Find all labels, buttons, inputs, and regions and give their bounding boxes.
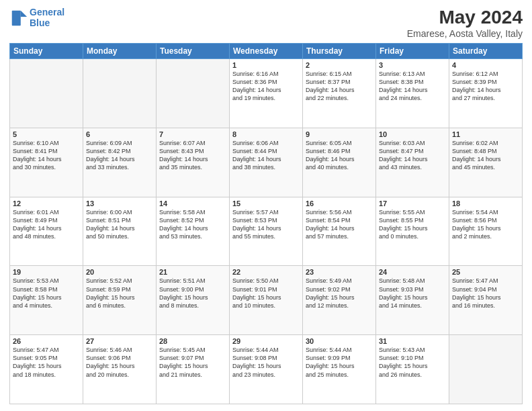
logo-text: General Blue — [30, 7, 64, 28]
day-number: 5 — [13, 130, 80, 138]
day-info: Sunrise: 6:13 AM Sunset: 8:38 PM Dayligh… — [379, 70, 446, 103]
table-row: 15Sunrise: 5:57 AM Sunset: 8:53 PM Dayli… — [230, 197, 303, 266]
day-number: 31 — [379, 337, 446, 345]
day-number: 12 — [13, 199, 80, 208]
table-row: 10Sunrise: 6:03 AM Sunset: 8:47 PM Dayli… — [376, 128, 449, 197]
table-row: 23Sunrise: 5:49 AM Sunset: 9:02 PM Dayli… — [303, 266, 376, 335]
day-number: 15 — [232, 199, 300, 208]
col-sunday: Sunday — [10, 44, 83, 59]
day-number: 30 — [306, 337, 373, 345]
day-number: 6 — [86, 130, 153, 138]
table-row: 21Sunrise: 5:51 AM Sunset: 9:00 PM Dayli… — [157, 266, 230, 335]
table-row: 9Sunrise: 6:05 AM Sunset: 8:46 PM Daylig… — [303, 128, 376, 197]
svg-rect-1 — [12, 11, 21, 26]
calendar-week-row: 1Sunrise: 6:16 AM Sunset: 8:36 PM Daylig… — [10, 59, 523, 128]
col-friday: Friday — [376, 44, 449, 59]
table-row: 20Sunrise: 5:52 AM Sunset: 8:59 PM Dayli… — [83, 266, 157, 335]
calendar-week-row: 19Sunrise: 5:53 AM Sunset: 8:58 PM Dayli… — [10, 266, 523, 335]
table-row — [449, 335, 523, 404]
day-info: Sunrise: 6:09 AM Sunset: 8:42 PM Dayligh… — [86, 139, 153, 172]
day-info: Sunrise: 5:50 AM Sunset: 9:01 PM Dayligh… — [232, 277, 300, 310]
calendar-title: May 2024 — [407, 7, 523, 28]
day-info: Sunrise: 6:01 AM Sunset: 8:49 PM Dayligh… — [13, 208, 80, 241]
day-number: 21 — [159, 268, 226, 276]
page: General Blue May 2024 Emarese, Aosta Val… — [0, 0, 532, 411]
table-row: 8Sunrise: 6:06 AM Sunset: 8:44 PM Daylig… — [230, 128, 303, 197]
day-number: 24 — [379, 268, 446, 276]
day-number: 19 — [13, 268, 80, 276]
table-row: 18Sunrise: 5:54 AM Sunset: 8:56 PM Dayli… — [449, 197, 523, 266]
day-number: 16 — [306, 199, 373, 208]
table-row — [83, 59, 157, 128]
day-info: Sunrise: 6:10 AM Sunset: 8:41 PM Dayligh… — [13, 139, 80, 172]
day-info: Sunrise: 5:55 AM Sunset: 8:55 PM Dayligh… — [379, 208, 446, 241]
day-number: 25 — [452, 268, 519, 276]
table-row: 25Sunrise: 5:47 AM Sunset: 9:04 PM Dayli… — [449, 266, 523, 335]
day-number: 28 — [159, 337, 226, 345]
day-info: Sunrise: 5:45 AM Sunset: 9:07 PM Dayligh… — [159, 346, 226, 379]
day-number: 26 — [13, 337, 80, 345]
day-info: Sunrise: 5:49 AM Sunset: 9:02 PM Dayligh… — [306, 277, 373, 310]
calendar-week-row: 26Sunrise: 5:47 AM Sunset: 9:05 PM Dayli… — [10, 335, 523, 404]
day-info: Sunrise: 5:58 AM Sunset: 8:52 PM Dayligh… — [159, 208, 226, 241]
table-row — [10, 59, 83, 128]
day-number: 27 — [86, 337, 153, 345]
table-row: 16Sunrise: 5:56 AM Sunset: 8:54 PM Dayli… — [303, 197, 376, 266]
day-info: Sunrise: 6:16 AM Sunset: 8:36 PM Dayligh… — [232, 70, 300, 103]
day-info: Sunrise: 5:52 AM Sunset: 8:59 PM Dayligh… — [86, 277, 153, 310]
table-row: 7Sunrise: 6:07 AM Sunset: 8:43 PM Daylig… — [157, 128, 230, 197]
table-row: 11Sunrise: 6:02 AM Sunset: 8:48 PM Dayli… — [449, 128, 523, 197]
svg-marker-0 — [21, 11, 27, 17]
header: General Blue May 2024 Emarese, Aosta Val… — [9, 7, 523, 39]
table-row: 5Sunrise: 6:10 AM Sunset: 8:41 PM Daylig… — [10, 128, 83, 197]
day-number: 7 — [159, 130, 226, 138]
day-info: Sunrise: 6:12 AM Sunset: 8:39 PM Dayligh… — [452, 70, 519, 103]
day-number: 3 — [379, 61, 446, 69]
table-row: 14Sunrise: 5:58 AM Sunset: 8:52 PM Dayli… — [157, 197, 230, 266]
day-number: 29 — [232, 337, 300, 345]
day-number: 4 — [452, 61, 519, 69]
table-row: 30Sunrise: 5:44 AM Sunset: 9:09 PM Dayli… — [303, 335, 376, 404]
day-info: Sunrise: 6:15 AM Sunset: 8:37 PM Dayligh… — [306, 70, 373, 103]
col-monday: Monday — [83, 44, 157, 59]
calendar-subtitle: Emarese, Aosta Valley, Italy — [407, 28, 523, 39]
day-number: 18 — [452, 199, 519, 208]
day-number: 17 — [379, 199, 446, 208]
table-row: 24Sunrise: 5:48 AM Sunset: 9:03 PM Dayli… — [376, 266, 449, 335]
calendar-week-row: 5Sunrise: 6:10 AM Sunset: 8:41 PM Daylig… — [10, 128, 523, 197]
day-number: 23 — [306, 268, 373, 276]
day-number: 9 — [306, 130, 373, 138]
table-row: 17Sunrise: 5:55 AM Sunset: 8:55 PM Dayli… — [376, 197, 449, 266]
day-number: 20 — [86, 268, 153, 276]
table-row: 4Sunrise: 6:12 AM Sunset: 8:39 PM Daylig… — [449, 59, 523, 128]
table-row: 27Sunrise: 5:46 AM Sunset: 9:06 PM Dayli… — [83, 335, 157, 404]
day-info: Sunrise: 5:48 AM Sunset: 9:03 PM Dayligh… — [379, 277, 446, 310]
table-row: 31Sunrise: 5:43 AM Sunset: 9:10 PM Dayli… — [376, 335, 449, 404]
table-row: 1Sunrise: 6:16 AM Sunset: 8:36 PM Daylig… — [230, 59, 303, 128]
table-row — [157, 59, 230, 128]
day-number: 8 — [232, 130, 300, 138]
day-info: Sunrise: 5:44 AM Sunset: 9:09 PM Dayligh… — [306, 346, 373, 379]
table-row: 26Sunrise: 5:47 AM Sunset: 9:05 PM Dayli… — [10, 335, 83, 404]
logo: General Blue — [9, 7, 64, 28]
day-number: 22 — [232, 268, 300, 276]
day-info: Sunrise: 5:54 AM Sunset: 8:56 PM Dayligh… — [452, 208, 519, 241]
col-thursday: Thursday — [303, 44, 376, 59]
table-row: 6Sunrise: 6:09 AM Sunset: 8:42 PM Daylig… — [83, 128, 157, 197]
day-info: Sunrise: 5:51 AM Sunset: 9:00 PM Dayligh… — [159, 277, 226, 310]
day-info: Sunrise: 5:53 AM Sunset: 8:58 PM Dayligh… — [13, 277, 80, 310]
col-saturday: Saturday — [449, 44, 523, 59]
day-info: Sunrise: 5:57 AM Sunset: 8:53 PM Dayligh… — [232, 208, 300, 241]
day-info: Sunrise: 6:07 AM Sunset: 8:43 PM Dayligh… — [159, 139, 226, 172]
day-info: Sunrise: 5:47 AM Sunset: 9:05 PM Dayligh… — [13, 346, 80, 379]
table-row: 29Sunrise: 5:44 AM Sunset: 9:08 PM Dayli… — [230, 335, 303, 404]
logo-icon — [9, 8, 28, 27]
day-info: Sunrise: 5:44 AM Sunset: 9:08 PM Dayligh… — [232, 346, 300, 379]
day-info: Sunrise: 5:56 AM Sunset: 8:54 PM Dayligh… — [306, 208, 373, 241]
day-info: Sunrise: 5:43 AM Sunset: 9:10 PM Dayligh… — [379, 346, 446, 379]
day-number: 10 — [379, 130, 446, 138]
day-info: Sunrise: 5:47 AM Sunset: 9:04 PM Dayligh… — [452, 277, 519, 310]
day-number: 2 — [306, 61, 373, 69]
day-info: Sunrise: 6:02 AM Sunset: 8:48 PM Dayligh… — [452, 139, 519, 172]
table-row: 2Sunrise: 6:15 AM Sunset: 8:37 PM Daylig… — [303, 59, 376, 128]
